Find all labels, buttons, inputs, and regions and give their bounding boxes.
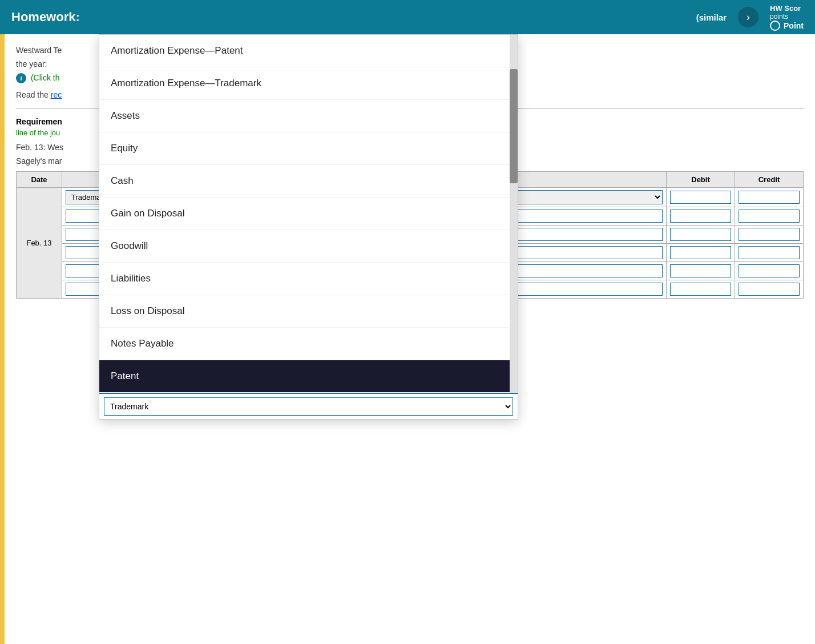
debit-input-3[interactable] [670, 228, 731, 241]
homework-title: Homework: [11, 10, 80, 25]
left-accent [0, 34, 5, 644]
dropdown-item-liabilities[interactable]: Liabilities [99, 263, 510, 295]
dropdown-list: Amortization Expense—Patent Amortization… [99, 35, 518, 393]
dropdown-select[interactable]: Trademark Amortization Expense—Patent Am… [104, 397, 513, 416]
dropdown-select-row[interactable]: Trademark Amortization Expense—Patent Am… [99, 393, 518, 419]
debit-cell-5[interactable] [667, 262, 735, 280]
debit-cell-4[interactable] [667, 244, 735, 262]
credit-input-6[interactable] [739, 283, 800, 296]
debit-cell-2[interactable] [667, 207, 735, 226]
th-date: Date [17, 172, 62, 188]
hw-score-points: points [770, 13, 788, 21]
scrollbar-thumb[interactable] [510, 69, 518, 183]
th-debit: Debit [667, 172, 735, 188]
dropdown-item-gain[interactable]: Gain on Disposal [99, 198, 510, 230]
credit-cell-1[interactable] [735, 188, 804, 207]
dropdown-item-cash[interactable]: Cash [99, 165, 510, 198]
credit-cell-5[interactable] [735, 262, 804, 280]
similar-label: (similar [696, 13, 727, 22]
scrollbar-track [510, 35, 518, 393]
credit-input-1[interactable] [739, 191, 800, 204]
credit-cell-4[interactable] [735, 244, 804, 262]
debit-input-4[interactable] [670, 246, 731, 259]
dropdown-item-goodwill[interactable]: Goodwill [99, 230, 510, 263]
account-dropdown[interactable]: Amortization Expense—Patent Amortization… [99, 34, 518, 420]
point-radio: Point [770, 21, 804, 31]
debit-cell-1[interactable] [667, 188, 735, 207]
credit-input-3[interactable] [739, 228, 800, 241]
dropdown-item-amort-patent[interactable]: Amortization Expense—Patent [99, 35, 510, 67]
debit-cell-3[interactable] [667, 226, 735, 244]
info-icon: i [16, 73, 26, 83]
debit-input-1[interactable] [670, 191, 731, 204]
dropdown-item-assets[interactable]: Assets [99, 100, 510, 132]
th-credit: Credit [735, 172, 804, 188]
point-label: Point [784, 21, 804, 30]
next-button[interactable]: › [738, 7, 758, 27]
hw-score-label: HW Scor [770, 4, 801, 13]
credit-cell-3[interactable] [735, 226, 804, 244]
radio-circle-icon[interactable] [770, 21, 780, 31]
dropdown-item-patent[interactable]: Patent [99, 360, 510, 393]
debit-cell-6[interactable] [667, 280, 735, 299]
debit-input-2[interactable] [670, 210, 731, 223]
credit-cell-2[interactable] [735, 207, 804, 226]
credit-input-4[interactable] [739, 246, 800, 259]
dropdown-item-equity[interactable]: Equity [99, 132, 510, 165]
header-right: (similar › HW Scor points Point [696, 4, 804, 31]
credit-input-5[interactable] [739, 264, 800, 277]
content-area: Westward Te and Montana had the followin… [5, 34, 815, 644]
read-link[interactable]: rec [51, 90, 62, 99]
main-content: Westward Te and Montana had the followin… [0, 34, 815, 644]
debit-input-6[interactable] [670, 283, 731, 296]
dropdown-item-notes-payable[interactable]: Notes Payable [99, 328, 510, 360]
credit-input-2[interactable] [739, 210, 800, 223]
credit-cell-6[interactable] [735, 280, 804, 299]
debit-input-5[interactable] [670, 264, 731, 277]
date-cell: Feb. 13 [17, 188, 62, 299]
header: Homework: (similar › HW Scor points Poin… [0, 0, 815, 34]
dropdown-item-loss[interactable]: Loss on Disposal [99, 295, 510, 328]
dropdown-item-amort-trademark[interactable]: Amortization Expense—Trademark [99, 67, 510, 100]
